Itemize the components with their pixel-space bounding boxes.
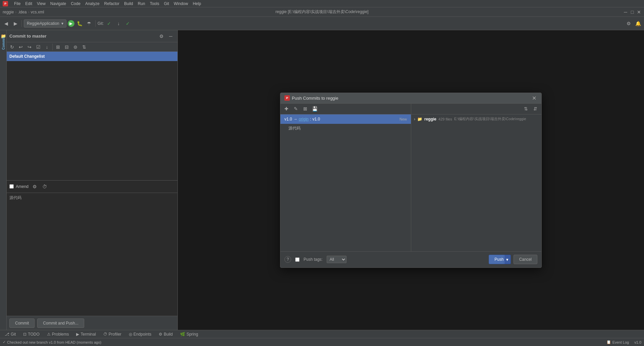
endpoints-tab-label: Endpoints bbox=[133, 332, 151, 337]
commit-row[interactable]: v1.0 → origin : v1.0 New bbox=[280, 114, 411, 124]
tab-problems[interactable]: ⚠ Problems bbox=[44, 331, 72, 338]
help-button[interactable]: ? bbox=[284, 256, 291, 263]
coverage-button[interactable]: ☂ bbox=[85, 19, 93, 28]
build-tab-icon: ⚙ bbox=[159, 332, 162, 337]
amend-history-button[interactable]: ⏱ bbox=[41, 183, 49, 191]
refresh-button[interactable]: ↻ bbox=[8, 43, 16, 51]
breadcrumb: reggie › .idea › vcs.xml bbox=[3, 10, 44, 14]
menu-code[interactable]: Code bbox=[69, 1, 83, 7]
dialog-footer-right: Push ▾ Cancel bbox=[489, 255, 537, 264]
commit-icon[interactable]: Commit bbox=[0, 40, 6, 46]
commit-settings-button[interactable]: ⚙ bbox=[157, 32, 165, 40]
tab-git[interactable]: ⎇ Git bbox=[1, 331, 19, 338]
tab-endpoints[interactable]: ◎ Endpoints bbox=[125, 331, 155, 338]
push-dropdown-button[interactable]: ▾ bbox=[504, 255, 511, 264]
git-update-button[interactable]: ↓ bbox=[114, 19, 122, 28]
undo-button[interactable]: ↩ bbox=[17, 43, 25, 51]
menu-tools[interactable]: Tools bbox=[148, 1, 161, 7]
terminal-tab-label: Terminal bbox=[80, 332, 96, 337]
git-check-button[interactable]: ✓ bbox=[105, 19, 113, 28]
commit-minimize-button[interactable]: ─ bbox=[167, 32, 175, 40]
dialog-close-button[interactable]: ✕ bbox=[531, 95, 537, 101]
tab-todo[interactable]: ⊡ TODO bbox=[20, 331, 43, 338]
menu-run[interactable]: Run bbox=[136, 1, 147, 7]
commit-message-area[interactable]: 源代码 bbox=[7, 193, 177, 316]
push-tags-select[interactable]: AllTagsNone bbox=[327, 256, 346, 263]
commit-message-text: 源代码 bbox=[9, 195, 21, 200]
run-button[interactable]: ▶ bbox=[68, 20, 74, 27]
status-event-log[interactable]: 📋 Event Log bbox=[606, 340, 629, 344]
delete-button[interactable]: ⊠ bbox=[301, 105, 309, 113]
dialog-left-toolbar: ✚ ✎ ⊠ 💾 bbox=[280, 104, 411, 114]
amend-area: Amend ⚙ ⏱ bbox=[7, 180, 177, 193]
check-all-button[interactable]: ☑ bbox=[34, 43, 42, 51]
git-push-button[interactable]: ✓ bbox=[124, 19, 132, 28]
dialog-titlebar: P Push Commits to reggie ✕ bbox=[280, 93, 541, 104]
debug-button[interactable]: 🐛 bbox=[76, 19, 84, 28]
menu-help[interactable]: Help bbox=[191, 1, 203, 7]
modal-overlay: P Push Commits to reggie ✕ ✚ ✎ ⊠ � bbox=[178, 30, 644, 330]
commit-origin-link[interactable]: origin bbox=[299, 117, 309, 121]
version-label: v1.0 bbox=[634, 340, 641, 344]
right-sort-all-button[interactable]: ⇅ bbox=[522, 105, 530, 113]
cancel-button[interactable]: Cancel bbox=[514, 255, 537, 264]
forward-button[interactable]: ▶ bbox=[11, 19, 19, 28]
status-version[interactable]: v1.0 bbox=[634, 340, 641, 344]
terminal-tab-icon: ▶ bbox=[76, 332, 79, 337]
menu-refactor[interactable]: Refactor bbox=[102, 1, 121, 7]
changelist-header[interactable]: Default Changelist bbox=[7, 52, 177, 61]
push-tags-label: Push tags: bbox=[304, 257, 323, 262]
uncheck-all-button[interactable]: ↓ bbox=[43, 43, 51, 51]
status-branch-info[interactable]: ✓ Checked out new branch v1.0 from HEAD … bbox=[3, 340, 101, 344]
minimize-button[interactable]: ─ bbox=[623, 10, 628, 14]
add-branch-button[interactable]: ✚ bbox=[282, 105, 290, 113]
commit-colon: : bbox=[310, 117, 311, 121]
status-check-icon: ✓ bbox=[3, 340, 6, 344]
tab-spring[interactable]: 🌿 Spring bbox=[177, 331, 202, 338]
repo-chevron-icon: › bbox=[414, 117, 415, 121]
filter-button[interactable]: ⊜ bbox=[71, 43, 79, 51]
left-icon-strip: 📁 Commit bbox=[0, 30, 7, 330]
save-button[interactable]: 💾 bbox=[311, 105, 319, 113]
settings-button[interactable]: ⚙ bbox=[625, 19, 633, 28]
commit-child-row: 源代码 bbox=[280, 124, 411, 133]
menu-view[interactable]: View bbox=[35, 1, 48, 7]
menu-analyze[interactable]: Analyze bbox=[83, 1, 102, 7]
tab-build[interactable]: ⚙ Build bbox=[155, 331, 176, 338]
commit-toolbar: ↻ ↩ ↪ ☑ ↓ ⊞ ⊟ ⊜ ⇅ bbox=[7, 42, 177, 52]
close-button[interactable]: ✕ bbox=[637, 10, 641, 14]
redo-button[interactable]: ↪ bbox=[25, 43, 34, 51]
commit-button[interactable]: Commit bbox=[9, 318, 35, 328]
dialog-logo: P bbox=[284, 95, 290, 101]
tab-terminal[interactable]: ▶ Terminal bbox=[73, 331, 99, 338]
amend-checkbox[interactable] bbox=[9, 184, 14, 189]
dialog-commits-panel: ✚ ✎ ⊠ 💾 v1.0 → origin : v1.0 bbox=[280, 104, 411, 251]
back-button[interactable]: ◀ bbox=[2, 19, 10, 28]
commit-and-push-button[interactable]: Commit and Push... bbox=[37, 318, 84, 328]
commit-child-text: 源代码 bbox=[288, 126, 301, 131]
push-tags-checkbox[interactable] bbox=[295, 257, 300, 262]
notification-button[interactable]: 🔔 bbox=[634, 19, 642, 28]
menu-navigate[interactable]: Navigate bbox=[48, 1, 68, 7]
maximize-button[interactable]: □ bbox=[630, 10, 635, 14]
run-config-dropdown[interactable]: ReggieApplication ▾ bbox=[24, 19, 66, 28]
todo-tab-icon: ⊡ bbox=[23, 332, 26, 337]
sort-button[interactable]: ⇅ bbox=[80, 43, 88, 51]
menu-git[interactable]: Git bbox=[162, 1, 171, 7]
menu-file[interactable]: File bbox=[12, 1, 22, 7]
changelist-name: Default Changelist bbox=[9, 54, 45, 59]
repo-row[interactable]: › 📁 reggie 429 files E:\编程内容\实战项目\瑞吉外卖\C… bbox=[411, 114, 541, 124]
right-sort-2-button[interactable]: ⇵ bbox=[531, 105, 539, 113]
menu-edit[interactable]: Edit bbox=[23, 1, 34, 7]
repo-files-count: 429 files bbox=[438, 117, 452, 121]
expand-button[interactable]: ⊞ bbox=[54, 43, 62, 51]
tab-profiler[interactable]: ⏱ Profiler bbox=[100, 331, 125, 338]
menu-window[interactable]: Window bbox=[172, 1, 190, 7]
title-bar: reggie › .idea › vcs.xml reggie [E:\编程内容… bbox=[0, 7, 644, 17]
menu-build[interactable]: Build bbox=[122, 1, 135, 7]
collapse-button[interactable]: ⊟ bbox=[63, 43, 71, 51]
push-button[interactable]: Push bbox=[489, 255, 504, 264]
amend-settings-button[interactable]: ⚙ bbox=[31, 183, 39, 191]
edit-button[interactable]: ✎ bbox=[292, 105, 300, 113]
file-name: vcs.xml bbox=[31, 10, 44, 14]
